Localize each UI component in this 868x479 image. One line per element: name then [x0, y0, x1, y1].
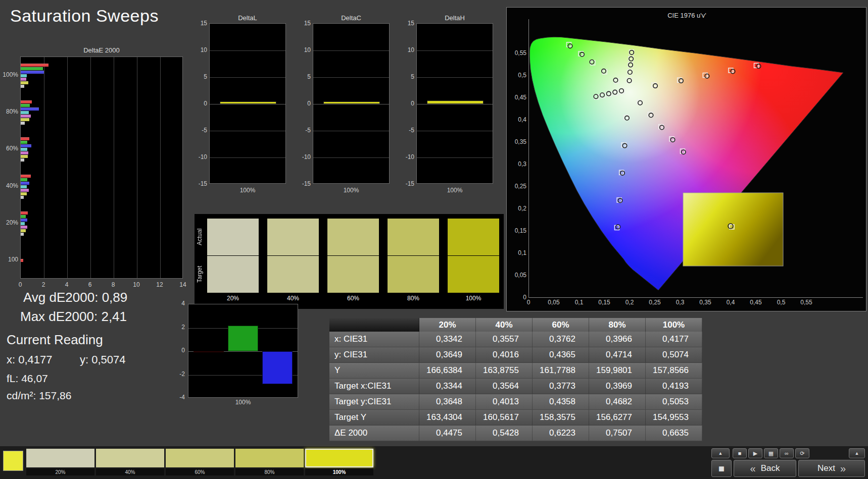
- avg-de2000-readout: Avg dE2000: 0,89: [23, 290, 127, 305]
- saturation-level-swatch[interactable]: [166, 449, 234, 467]
- saturation-level-swatch[interactable]: [305, 449, 373, 467]
- refresh-button[interactable]: ⟳: [795, 448, 809, 458]
- delta-value-bar: [323, 101, 380, 104]
- deltae-x-tick: 12: [156, 281, 163, 288]
- cie-measured-marker-green: [602, 69, 606, 73]
- pattern-window-button[interactable]: ◼: [711, 460, 732, 477]
- panel-expand-right-button[interactable]: ▲: [849, 448, 865, 458]
- cie-measured-marker-cyan: [594, 94, 598, 98]
- cie-x-tick: 0,45: [750, 299, 761, 306]
- cie-measured-marker-blue: [616, 225, 620, 229]
- saturation-level-swatch[interactable]: [235, 449, 304, 467]
- table-row: y: CIE310,36490,40160,43650,47140,5074: [329, 347, 702, 363]
- swatch-actual: [267, 219, 319, 255]
- deltae-row-label: 40%: [1, 182, 18, 189]
- cie-measured-marker-green: [590, 60, 594, 64]
- back-button[interactable]: «Back: [734, 460, 796, 477]
- delta-y-tick: 5: [295, 73, 311, 80]
- table-cell: 0,5428: [476, 425, 533, 441]
- panel-expand-left-button[interactable]: ▲: [711, 448, 730, 458]
- table-row-label: Target Y: [329, 410, 419, 425]
- rgb-x-label: 100%: [188, 399, 298, 406]
- delta-gridline: [417, 131, 493, 131]
- cie-measured-marker-green: [613, 78, 617, 82]
- actual-row-label: Actual: [196, 219, 204, 255]
- cie-measured-marker-red: [705, 74, 709, 78]
- delta-y-tick: -15: [398, 180, 414, 187]
- delta-chart-title: DeltaC: [302, 14, 401, 22]
- swatch-actual: [448, 219, 499, 255]
- deltae-bar: [21, 122, 25, 125]
- next-chevron-icon: »: [840, 463, 846, 474]
- cie-x-tick: 0,25: [649, 299, 660, 306]
- deltae-x-tick: 10: [133, 281, 139, 288]
- results-table: 20%40%60%80%100%x: CIE310,33420,35570,37…: [329, 318, 702, 441]
- table-cell: 0,4177: [646, 332, 702, 347]
- table-cell: 163,4304: [419, 410, 476, 425]
- rgb-y-tick: 0: [170, 347, 185, 354]
- delta-y-tick: 15: [191, 20, 207, 27]
- deltae-bar: [21, 71, 44, 74]
- table-cell: 157,8566: [646, 363, 702, 378]
- deltae-bar: [21, 155, 28, 158]
- table-row: Y166,6384163,8755161,7788159,9801157,856…: [329, 363, 702, 379]
- delta-x-label: 100%: [313, 187, 390, 194]
- delta-chart-plot: [209, 23, 286, 184]
- swatch-label: 20%: [207, 295, 259, 302]
- delta-gridline: [313, 50, 389, 51]
- deltae-bar: [21, 85, 24, 88]
- deltae-bar: [21, 178, 27, 181]
- table-header-cell: 40%: [476, 318, 533, 332]
- deltae-bar: [21, 226, 27, 229]
- cie-measured-marker-yellow: [629, 57, 633, 61]
- continuous-button[interactable]: ∞: [780, 448, 794, 458]
- pattern-button[interactable]: ▦: [764, 448, 778, 458]
- cie-measured-marker-red: [679, 79, 683, 83]
- swatch-actual: [327, 219, 379, 255]
- table-cell: 0,6635: [646, 425, 702, 441]
- deltae-bar: [21, 182, 29, 185]
- deltae-gridline: [160, 57, 161, 278]
- table-row: Target Y163,4304160,5617158,3575156,6277…: [329, 410, 702, 425]
- delta-gridline: [417, 157, 493, 158]
- delta-gridline: [313, 131, 389, 131]
- delta-y-tick: 5: [191, 73, 207, 80]
- cie-measured-marker-magenta: [638, 101, 642, 105]
- deltae-gridline: [44, 57, 44, 278]
- target-row-label: Target: [196, 256, 204, 293]
- deltae-bar: [21, 222, 25, 225]
- next-button[interactable]: Next»: [798, 460, 865, 477]
- table-row-label: Y: [329, 363, 419, 378]
- delta-gridline: [210, 77, 285, 78]
- cie-y-tick: 0,2: [506, 205, 526, 212]
- deltae-gridline: [137, 57, 137, 278]
- cie-y-tick: 0,45: [506, 94, 526, 101]
- deltae-bar: [21, 151, 28, 154]
- current-x-readout: x: 0,4177: [7, 353, 53, 366]
- cie-x-tick: 0,5: [777, 299, 786, 306]
- delta-gridline: [417, 104, 493, 104]
- table-cell: 0,4013: [476, 394, 533, 409]
- deltae-bar: [21, 141, 27, 144]
- cie-measured-marker-cyan: [619, 89, 623, 93]
- cie-measured-marker-magenta: [670, 138, 674, 142]
- cie-inset-zoom: [683, 193, 783, 266]
- calman-saturation-sweeps-page: Saturation Sweeps DeltaE 2000 CIE 1976 u…: [0, 0, 868, 479]
- delta-y-tick: -5: [295, 127, 311, 134]
- delta-y-tick: 0: [295, 100, 311, 107]
- cie-measured-marker-green: [580, 52, 584, 57]
- stop-button[interactable]: ■: [733, 448, 747, 458]
- cie-y-tick: 0,55: [506, 49, 526, 57]
- cie-chart-title: CIE 1976 u'v': [507, 12, 867, 19]
- deltae-bar: [21, 104, 30, 107]
- deltae-row-label: 80%: [1, 108, 18, 115]
- rgb-y-tick: 2: [170, 324, 185, 331]
- play-button[interactable]: ▶: [748, 448, 762, 458]
- deltae-bar: [21, 67, 43, 70]
- saturation-level-swatch[interactable]: [96, 449, 164, 467]
- delta-y-tick: 15: [398, 20, 414, 27]
- saturation-level-swatch[interactable]: [26, 449, 94, 467]
- deltae-row-label: 60%: [1, 145, 18, 152]
- table-cell: 156,6277: [589, 410, 646, 425]
- table-header-cell: 80%: [589, 318, 646, 332]
